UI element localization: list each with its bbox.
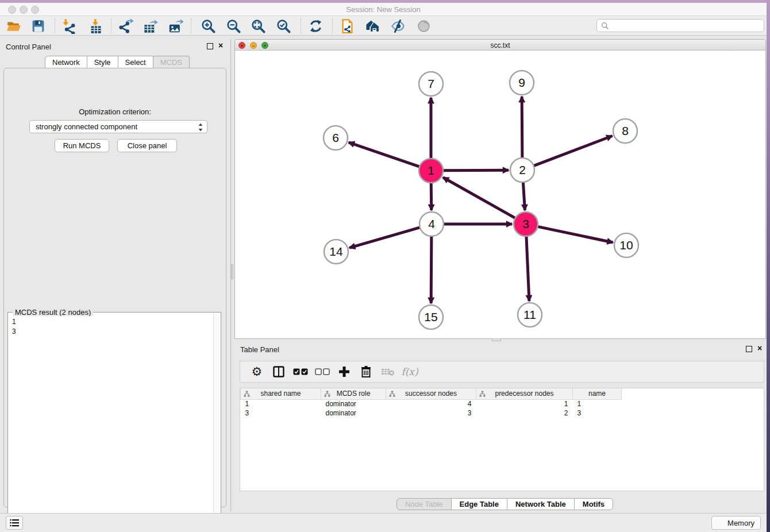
import-network-icon xyxy=(61,18,77,34)
optimization-criterion-dropdown[interactable]: strongly connected component xyxy=(29,120,207,133)
tab-style[interactable]: Style xyxy=(87,56,118,68)
cell-predecessor-nodes[interactable]: 1 xyxy=(476,399,573,408)
table-panel-title: Table Panel xyxy=(240,345,279,354)
cell-mcds-role[interactable]: dominator xyxy=(321,408,386,418)
graph-edge-4-14[interactable] xyxy=(349,228,420,248)
mcds-result-line: 3 xyxy=(12,327,210,337)
graph-edge-1-6[interactable] xyxy=(349,142,419,167)
delete-table-icon[interactable] xyxy=(377,363,399,380)
network-canvas-svg[interactable]: 7968124314101511 xyxy=(235,51,765,338)
zoom-out-button[interactable] xyxy=(222,17,245,34)
mcds-result-text[interactable]: 1 3 xyxy=(9,316,213,528)
export-image-button[interactable] xyxy=(164,17,187,34)
cell-mcds-role[interactable]: dominator xyxy=(321,399,386,408)
task-history-button[interactable] xyxy=(6,516,23,530)
graph-edge-3-1[interactable] xyxy=(443,178,515,218)
export-table-button[interactable] xyxy=(138,17,161,34)
zoom-in-button[interactable] xyxy=(197,17,220,34)
graph-node-label-15: 15 xyxy=(424,310,437,323)
graph-edge-2-3[interactable] xyxy=(523,182,525,210)
chevron-updown-icon xyxy=(198,122,203,134)
control-panel: Control Panel × Network Style Select MCD… xyxy=(0,39,230,511)
close-panel-button[interactable]: Close panel xyxy=(117,139,177,152)
table-row[interactable]: 1 dominator 4 1 1 xyxy=(241,399,622,408)
cell-name[interactable]: 1 xyxy=(573,399,622,408)
mcds-result-scrollbar[interactable] xyxy=(213,313,220,528)
cell-predecessor-nodes[interactable]: 2 xyxy=(476,408,573,418)
function-builder-icon[interactable]: f(x) xyxy=(399,363,421,380)
tab-network-table[interactable]: Network Table xyxy=(507,498,575,510)
toolbar-separator xyxy=(111,18,111,33)
toolbar-separator xyxy=(332,18,333,33)
mcds-panel-content: Optimization criterion: strongly connect… xyxy=(3,68,226,507)
select-all-checkboxes-icon[interactable] xyxy=(290,363,311,380)
vertical-splitter[interactable] xyxy=(230,39,233,511)
tab-mcds[interactable]: MCDS xyxy=(153,56,190,68)
apply-layout-button[interactable] xyxy=(304,17,327,34)
cell-name[interactable]: 3 xyxy=(573,408,622,418)
tab-node-table[interactable]: Node Table xyxy=(396,498,452,510)
table-row[interactable]: 3 dominator 3 2 3 xyxy=(241,408,622,418)
graph-edge-1-4[interactable] xyxy=(431,183,432,210)
zoom-fit-button[interactable] xyxy=(247,17,270,34)
open-folder-icon xyxy=(6,18,21,33)
control-panel-title: Control Panel xyxy=(6,43,51,51)
export-table-icon xyxy=(143,18,158,34)
add-column-icon[interactable] xyxy=(333,363,355,380)
gear-icon[interactable]: ⚙ xyxy=(246,363,268,380)
save-session-button[interactable] xyxy=(26,17,49,34)
birdseye-icon xyxy=(417,19,431,33)
network-resize-grip[interactable] xyxy=(492,338,501,341)
show-all-networks-button[interactable] xyxy=(361,17,384,34)
tab-motifs[interactable]: Motifs xyxy=(574,498,613,510)
import-table-icon xyxy=(88,18,103,34)
hide-graphics-details-button[interactable] xyxy=(386,17,409,34)
clone-network-button[interactable] xyxy=(336,17,359,34)
graph-edge-3-11[interactable] xyxy=(526,236,529,301)
search-field[interactable] xyxy=(596,19,764,32)
graph-edge-2-8[interactable] xyxy=(534,136,613,166)
column-header-name[interactable]: name xyxy=(573,388,622,399)
float-panel-icon[interactable] xyxy=(745,345,753,353)
close-panel-icon[interactable]: × xyxy=(756,345,764,353)
tab-network[interactable]: Network xyxy=(45,56,87,68)
birdseye-view-button[interactable] xyxy=(412,17,435,34)
columns-icon[interactable] xyxy=(268,363,290,380)
toolbar-separator xyxy=(301,18,301,33)
graph-edge-1-2[interactable] xyxy=(443,170,509,171)
float-panel-icon[interactable] xyxy=(206,43,214,50)
control-panel-tabs: Network Style Select MCDS xyxy=(45,56,189,68)
cell-shared-name[interactable]: 1 xyxy=(241,399,321,408)
import-network-button[interactable] xyxy=(57,17,80,34)
deselect-all-checkboxes-icon[interactable] xyxy=(311,363,333,380)
clone-network-icon xyxy=(340,18,355,34)
column-header-successor-nodes[interactable]: successor nodes xyxy=(386,388,476,399)
run-mcds-button[interactable]: Run MCDS xyxy=(55,139,109,152)
import-table-button[interactable] xyxy=(84,17,107,34)
graph-edge-4-15[interactable] xyxy=(431,236,432,303)
graph-edge-3-10[interactable] xyxy=(538,226,613,242)
column-header-mcds-role[interactable]: MCDS role xyxy=(321,388,386,399)
memory-button[interactable]: Memory xyxy=(711,516,761,530)
graph-node-label-14: 14 xyxy=(329,245,343,258)
zoom-selected-button[interactable] xyxy=(272,17,295,34)
save-floppy-icon xyxy=(31,19,45,33)
graph-edge-2-9[interactable] xyxy=(522,97,522,158)
cell-successor-nodes[interactable]: 3 xyxy=(386,408,476,418)
column-header-predecessor-nodes[interactable]: predecessor nodes xyxy=(476,388,573,399)
search-input[interactable] xyxy=(611,20,764,31)
splitter-handle[interactable] xyxy=(231,264,233,279)
column-header-shared-name[interactable]: shared name xyxy=(241,388,321,399)
cell-successor-nodes[interactable]: 4 xyxy=(386,399,476,408)
tab-edge-table[interactable]: Edge Table xyxy=(451,498,507,510)
export-network-button[interactable] xyxy=(114,17,137,34)
dropdown-value: strongly connected component xyxy=(36,122,137,131)
export-network-icon xyxy=(118,18,133,34)
cell-shared-name[interactable]: 3 xyxy=(241,408,321,418)
graph-node-label-3: 3 xyxy=(522,217,529,230)
tab-select[interactable]: Select xyxy=(118,56,153,68)
open-session-button[interactable] xyxy=(2,17,25,34)
node-table[interactable]: shared name MCDS role successor nodes pr… xyxy=(240,388,764,491)
close-panel-icon[interactable]: × xyxy=(217,42,225,50)
delete-column-icon[interactable] xyxy=(355,363,377,380)
